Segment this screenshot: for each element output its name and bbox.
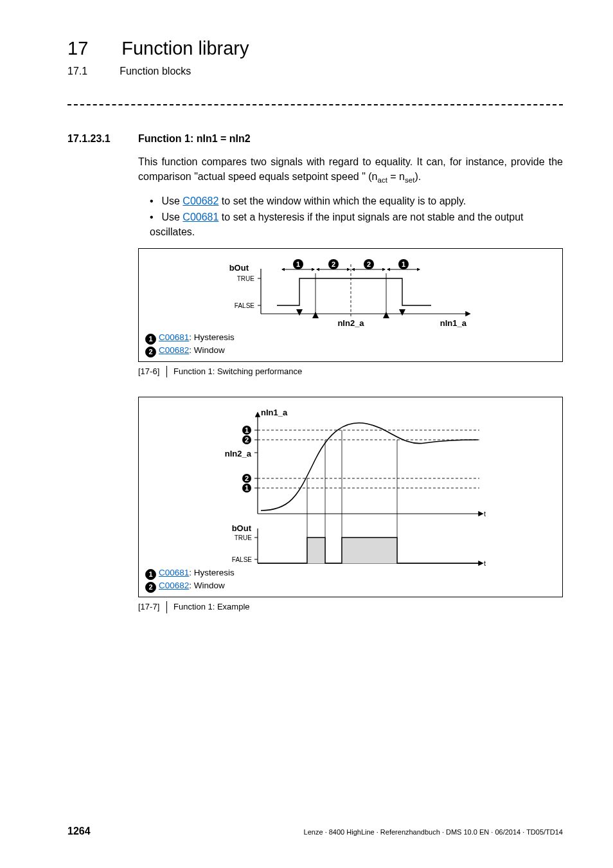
legend1-n2: 2 bbox=[145, 347, 156, 357]
f1-bout: bOut bbox=[229, 263, 249, 273]
f2-l1: 1 bbox=[244, 484, 248, 492]
para1-text-b: = n bbox=[387, 171, 405, 182]
f2-l2: 2 bbox=[244, 475, 248, 482]
svg-rect-44 bbox=[342, 538, 397, 563]
para1-sub1: act bbox=[377, 176, 387, 184]
para1-sub2: set bbox=[405, 176, 414, 184]
page-number: 1264 bbox=[67, 824, 91, 838]
f2-u1: 1 bbox=[244, 426, 248, 434]
f2-nin1: nIn1_a bbox=[261, 408, 288, 417]
svg-marker-9 bbox=[383, 312, 389, 318]
f2-nin2: nIn2_a bbox=[224, 449, 251, 458]
legend1-t1: : Hysteresis bbox=[189, 332, 235, 342]
f2-u2: 2 bbox=[244, 436, 248, 444]
section-number: 17.1.23.1 bbox=[67, 132, 123, 146]
figure-1: TRUE FALSE bOut bbox=[138, 248, 563, 362]
f2-t2: t bbox=[484, 559, 486, 567]
para1-text-a: This function compares two signals with … bbox=[138, 156, 563, 181]
bullet1-a: Use bbox=[161, 195, 182, 206]
caption2-tag: [17-7] bbox=[138, 601, 166, 613]
chapter-number: 17 bbox=[67, 35, 88, 62]
f2-bout: bOut bbox=[231, 523, 251, 533]
legend2-link2[interactable]: C00682 bbox=[159, 581, 189, 590]
f2-false: FALSE bbox=[231, 556, 251, 563]
svg-marker-8 bbox=[312, 312, 319, 318]
para1-text-c: ). bbox=[414, 171, 421, 182]
legend1-t2: : Window bbox=[189, 345, 225, 355]
legend1-n1: 1 bbox=[145, 334, 156, 345]
f1-false: FALSE bbox=[234, 302, 254, 309]
f2-true: TRUE bbox=[234, 534, 252, 541]
caption1-text: Function 1: Switching performance bbox=[173, 366, 302, 377]
f1-m1a: 1 bbox=[296, 260, 299, 268]
figure-1-svg: TRUE FALSE bOut bbox=[213, 259, 489, 333]
separator bbox=[67, 104, 563, 106]
section-title: Function 1: nIn1 = nIn2 bbox=[138, 132, 251, 146]
bullet1-b: to set the window within which the equal… bbox=[218, 195, 466, 206]
link-c00682[interactable]: C00682 bbox=[182, 195, 218, 206]
subsection-number: 17.1 bbox=[67, 64, 87, 78]
link-c00681[interactable]: C00681 bbox=[182, 212, 218, 222]
figure-2: nIn1_a nIn2_a 1 2 2 1 bbox=[138, 397, 563, 597]
bullet-1: Use C00682 to set the window within whic… bbox=[150, 194, 563, 208]
footer-text: Lenze · 8400 HighLine · Referenzhandbuch… bbox=[304, 827, 563, 837]
caption1-tag: [17-6] bbox=[138, 366, 166, 377]
bullet2-a: Use bbox=[161, 212, 182, 222]
legend2-t2: : Window bbox=[189, 581, 225, 590]
legend1-link1[interactable]: C00681 bbox=[159, 332, 189, 342]
f1-true: TRUE bbox=[236, 275, 254, 282]
svg-marker-10 bbox=[296, 309, 303, 316]
svg-marker-11 bbox=[399, 309, 405, 316]
paragraph-1: This function compares two signals with … bbox=[138, 155, 563, 185]
legend2-t1: : Hysteresis bbox=[189, 568, 235, 577]
legend2-n1: 1 bbox=[145, 569, 156, 580]
f2-t1: t bbox=[484, 510, 486, 518]
bullet-2: Use C00681 to set a hysteresis if the in… bbox=[150, 210, 563, 239]
legend2-n2: 2 bbox=[145, 582, 156, 593]
f1-m2a: 2 bbox=[331, 260, 335, 268]
f1-nin1: nIn1_a bbox=[440, 318, 466, 328]
figure-2-svg: nIn1_a nIn2_a 1 2 2 1 bbox=[197, 408, 505, 572]
f1-m2b: 2 bbox=[366, 260, 370, 268]
caption2-text: Function 1: Example bbox=[173, 601, 250, 613]
svg-rect-43 bbox=[307, 538, 325, 563]
f1-m1b: 1 bbox=[401, 260, 405, 268]
legend1-link2[interactable]: C00682 bbox=[159, 345, 189, 355]
legend2-link1[interactable]: C00681 bbox=[159, 568, 189, 577]
chapter-title: Function library bbox=[121, 35, 249, 62]
subsection-title: Function blocks bbox=[120, 64, 191, 78]
f1-nin2: nIn2_a bbox=[337, 318, 364, 328]
